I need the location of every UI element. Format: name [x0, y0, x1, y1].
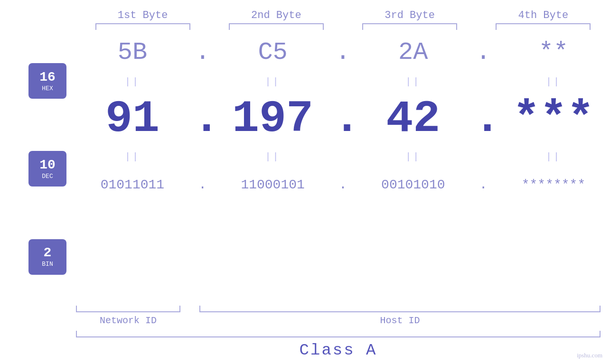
dec-dot1: . [193, 93, 212, 145]
hex-badge-label: HEX [42, 85, 53, 92]
class-label: Class A [76, 341, 601, 359]
byte2-header: 2nd Byte [224, 9, 328, 21]
bracket-byte1 [95, 23, 190, 30]
eq1-b3: || [361, 76, 465, 87]
dec-b4: *** [501, 93, 606, 145]
bin-badge-num: 2 [44, 246, 52, 261]
bin-b3: 00101010 [361, 177, 465, 192]
bottom-area: Network ID Host ID Class A [76, 306, 601, 359]
byte3-header: 3rd Byte [357, 9, 462, 21]
hex-dot1: . [193, 38, 212, 66]
byte4-header: 4th Byte [491, 9, 595, 21]
values-column: 5B . C5 . 2A . ** || || || || 91 [76, 32, 610, 306]
dec-dot3: . [474, 93, 493, 145]
byte1-header: 1st Byte [91, 9, 195, 21]
bin-dot2: . [333, 177, 352, 192]
dec-dot2: . [333, 93, 352, 145]
hex-badge: 16 HEX [28, 63, 66, 99]
badge-column: 16 HEX 10 DEC 2 BIN [0, 32, 76, 306]
bin-b2: 11000101 [221, 177, 325, 192]
hex-b4: ** [501, 38, 606, 66]
byte-headers: 1st Byte 2nd Byte 3rd Byte 4th Byte [76, 9, 610, 21]
dec-b1: 91 [80, 93, 185, 145]
hex-dot3: . [474, 38, 493, 66]
equals-row-1: || || || || [76, 73, 610, 91]
page-container: 1st Byte 2nd Byte 3rd Byte 4th Byte 16 H… [0, 0, 610, 364]
dec-row: 91 . 197 . 42 . *** [76, 91, 610, 148]
equals-row-2: || || || || [76, 148, 610, 166]
network-bracket [76, 306, 180, 312]
dec-b3: 42 [361, 93, 465, 145]
watermark: ipshu.com [577, 352, 602, 359]
byte-headers-row: 1st Byte 2nd Byte 3rd Byte 4th Byte [0, 9, 610, 21]
hex-b2: C5 [221, 38, 325, 66]
eq1-b2: || [221, 76, 325, 87]
eq2-b3: || [361, 151, 465, 162]
dec-badge-label: DEC [42, 173, 53, 180]
hex-badge-num: 16 [39, 70, 56, 85]
hex-row: 5B . C5 . 2A . ** [76, 32, 610, 73]
eq2-b1: || [80, 151, 185, 162]
hex-b1: 5B [80, 38, 185, 66]
bottom-brackets [76, 306, 601, 312]
dec-badge: 10 DEC [28, 151, 66, 187]
dec-b2: 197 [221, 93, 325, 145]
eq1-b4: || [501, 76, 606, 87]
bin-dot3: . [474, 177, 493, 192]
bin-dot1: . [193, 177, 212, 192]
eq2-b4: || [501, 151, 606, 162]
hex-dot2: . [333, 38, 352, 66]
bracket-byte3 [362, 23, 457, 30]
dec-badge-num: 10 [39, 158, 56, 173]
top-brackets-inner [76, 23, 610, 30]
host-id-label: Host ID [199, 315, 601, 326]
bin-b4: ******** [501, 177, 606, 192]
class-bracket [76, 331, 601, 337]
top-brackets [0, 23, 610, 30]
bottom-labels: Network ID Host ID [76, 315, 601, 326]
bracket-byte4 [496, 23, 591, 30]
bin-row: 01011011 . 11000101 . 00101010 . *******… [76, 166, 610, 204]
hex-b3: 2A [361, 38, 465, 66]
eq1-b1: || [80, 76, 185, 87]
host-bracket [199, 306, 601, 312]
network-id-label: Network ID [76, 315, 180, 326]
main-content: 16 HEX 10 DEC 2 BIN 5B . C5 . 2A . ** [0, 32, 610, 306]
bin-badge: 2 BIN [28, 239, 66, 275]
bin-b1: 01011011 [80, 177, 185, 192]
bracket-byte2 [229, 23, 324, 30]
bin-badge-label: BIN [42, 261, 53, 268]
eq2-b2: || [221, 151, 325, 162]
